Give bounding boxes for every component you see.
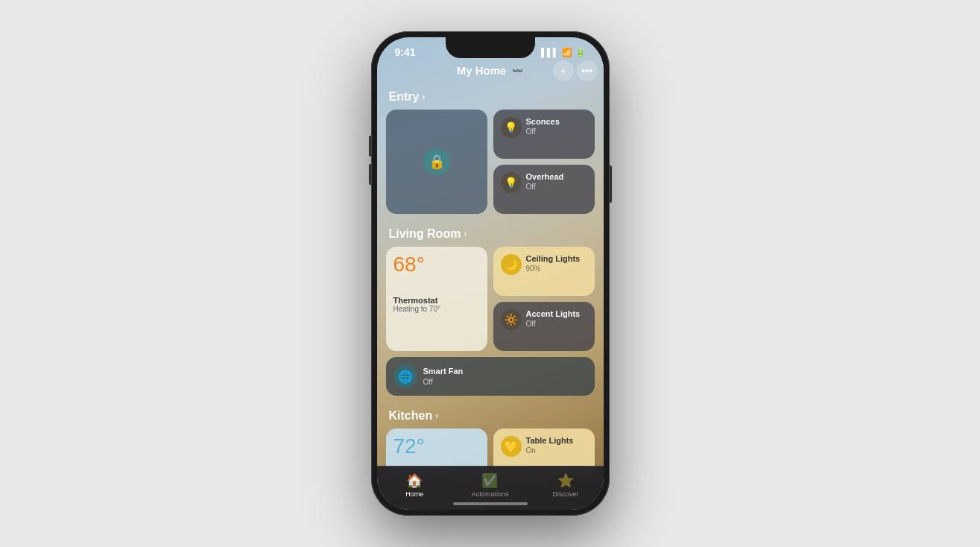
battery-icon: 🔋 (575, 48, 586, 57)
section-living-room-label: Living Room (389, 227, 461, 241)
sconces-name: Sconces (526, 117, 560, 127)
phone-frame: 9:41 ▌▌▌ 📶 🔋 My Home 〰️ + ••• Entry › (371, 31, 610, 516)
tab-discover[interactable]: ⭐ Discover (528, 472, 603, 498)
lr-thermostat-label: Thermostat (393, 296, 480, 305)
accent-lights-status: Off (526, 320, 581, 328)
entry-lock-tile[interactable]: 🔒 (386, 110, 487, 214)
app-header: My Home 〰️ + ••• (377, 61, 604, 83)
ceiling-lights-status: 90% (526, 265, 581, 273)
tab-discover-label: Discover (552, 490, 578, 498)
smart-fan-status: Off (423, 378, 464, 386)
power-button (610, 165, 612, 203)
entry-grid: 🔒 💡 Sconces Off 💡 (386, 110, 595, 214)
lr-thermostat-temp: 68° (393, 254, 480, 275)
tab-automations[interactable]: ✅ Automations (452, 472, 528, 498)
overhead-tile[interactable]: 💡 Overhead Off (493, 165, 595, 214)
accent-lights-tile[interactable]: 🔆 Accent Lights Off (493, 302, 595, 351)
more-button[interactable]: ••• (577, 60, 598, 81)
table-lights-name: Table Lights (526, 436, 574, 446)
overhead-status: Off (526, 183, 564, 191)
ceiling-lights-tile[interactable]: 🌙 Ceiling Lights 90% (493, 247, 595, 296)
table-lights-icon: 💛 (501, 436, 522, 457)
volume-buttons (369, 136, 371, 185)
phone-screen: 9:41 ▌▌▌ 📶 🔋 My Home 〰️ + ••• Entry › (377, 37, 604, 510)
home-icon: 🏠 (406, 472, 423, 489)
living-room-grid: 68° Thermostat Heating to 70° 🌙 Ceiling … (386, 247, 595, 351)
chevron-right-icon: › (422, 92, 425, 102)
status-time: 9:41 (395, 46, 416, 58)
tab-home[interactable]: 🏠 Home (377, 472, 452, 498)
chevron-right-icon-2: › (464, 229, 467, 239)
lock-icon: 🔒 (423, 148, 450, 175)
smart-fan-name: Smart Fan (423, 367, 464, 376)
tab-home-label: Home (405, 490, 423, 498)
section-kitchen-label: Kitchen (389, 409, 433, 423)
discover-icon: ⭐ (557, 472, 574, 489)
sconces-status: Off (526, 127, 560, 136)
sconces-icon: 💡 (501, 117, 522, 138)
section-entry-label: Entry (389, 90, 420, 104)
smart-fan-icon: 🌐 (393, 364, 417, 388)
ceiling-lights-name: Ceiling Lights (526, 254, 581, 264)
header-title: My Home (457, 64, 507, 77)
notch (446, 37, 535, 58)
status-icons: ▌▌▌ 📶 🔋 (541, 48, 585, 57)
overhead-icon: 💡 (501, 172, 522, 193)
main-scroll-area[interactable]: Entry › 🔒 💡 Sconces Off (377, 83, 604, 473)
wifi-icon: 📶 (562, 48, 572, 57)
smart-fan-tile[interactable]: 🌐 Smart Fan Off (386, 357, 595, 396)
ceiling-lights-icon: 🌙 (501, 254, 522, 275)
kitchen-thermostat-temp: 72° (393, 436, 480, 457)
accent-lights-name: Accent Lights (526, 309, 581, 319)
lr-thermostat-status: Heating to 70° (393, 305, 480, 313)
tab-automations-label: Automations (471, 490, 508, 498)
section-entry[interactable]: Entry › (386, 83, 595, 110)
add-button[interactable]: + (553, 60, 574, 81)
overhead-name: Overhead (526, 172, 564, 182)
lr-thermostat-tile[interactable]: 68° Thermostat Heating to 70° (386, 247, 487, 351)
section-kitchen[interactable]: Kitchen › (386, 402, 595, 429)
section-living-room[interactable]: Living Room › (386, 220, 595, 247)
accent-lights-icon: 🔆 (501, 309, 522, 330)
home-indicator (453, 502, 528, 505)
automations-icon: ✅ (481, 472, 498, 489)
sconces-tile[interactable]: 💡 Sconces Off (493, 110, 595, 159)
siri-wave-icon: 〰️ (512, 66, 523, 76)
chevron-right-icon-3: › (435, 411, 438, 421)
signal-icon: ▌▌▌ (541, 48, 558, 57)
table-lights-status: On (526, 446, 574, 455)
